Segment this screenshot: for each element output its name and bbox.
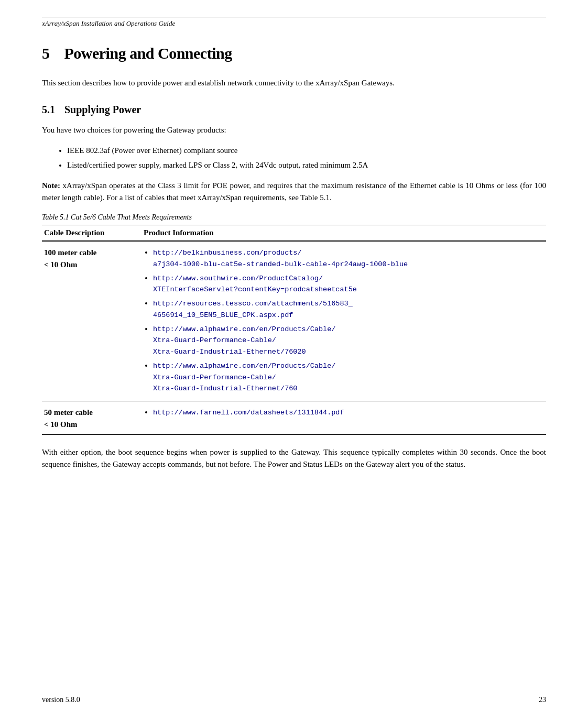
link-list-50m: http://www.farnell.com/datasheets/131184…	[153, 407, 542, 418]
cables-table: Cable Description Product Information 10…	[42, 225, 546, 435]
note-label: Note:	[42, 181, 60, 190]
link-5[interactable]: http://www.alphawire.com/en/Products/Cab…	[153, 362, 335, 393]
header-rule	[42, 17, 546, 17]
cable-links-100m: http://belkinbusiness.com/products/a7j30…	[141, 242, 546, 401]
cable-desc-line2: < 10 Ohm	[44, 259, 137, 271]
table-row: 50 meter cable < 10 Ohm http://www.farne…	[42, 401, 546, 435]
section-title: 5.1Supplying Power	[42, 104, 546, 116]
section-number: 5.1	[42, 104, 55, 115]
cable-desc-50m-line2: < 10 Ohm	[44, 419, 137, 431]
header-title: xArray/xSpan Installation and Operations…	[42, 19, 546, 28]
list-item: http://belkinbusiness.com/products/a7j30…	[153, 247, 542, 270]
page-number: 23	[539, 696, 546, 704]
cable-desc-100m: 100 meter cable < 10 Ohm	[42, 242, 141, 401]
list-item: http://www.southwire.com/ProductCatalog/…	[153, 272, 542, 295]
cable-desc-50m-line1: 50 meter cable	[44, 407, 137, 419]
col-header-description: Cable Description	[42, 225, 141, 241]
page: xArray/xSpan Installation and Operations…	[0, 0, 588, 723]
cable-links-50m: http://www.farnell.com/datasheets/131184…	[141, 401, 546, 435]
list-item: http://resources.tessco.com/attachments/…	[153, 298, 542, 321]
cable-desc-50m: 50 meter cable < 10 Ohm	[42, 401, 141, 435]
section-intro: You have two choices for powering the Ga…	[42, 124, 546, 136]
link-6[interactable]: http://www.farnell.com/datasheets/131184…	[153, 409, 344, 417]
list-item: http://www.alphawire.com/en/Products/Cab…	[153, 360, 542, 394]
power-options-list: IEEE 802.3af (Power over Ethernet) compl…	[67, 144, 546, 171]
link-3[interactable]: http://resources.tessco.com/attachments/…	[153, 300, 353, 319]
cable-desc-line1: 100 meter cable	[44, 247, 137, 259]
link-1[interactable]: http://belkinbusiness.com/products/a7j30…	[153, 249, 408, 268]
note-paragraph: Note: xArray/xSpan operates at the Class…	[42, 180, 546, 204]
version-label: version 5.8.0	[42, 696, 80, 704]
chapter-title: 5Powering and Connecting	[42, 45, 546, 62]
link-list-100m: http://belkinbusiness.com/products/a7j30…	[153, 247, 542, 394]
note-text: xArray/xSpan operates at the Class 3 lim…	[42, 181, 546, 202]
table-caption: Table 5.1 Cat 5e/6 Cable That Meets Requ…	[42, 213, 546, 222]
intro-paragraph: This section describes how to provide po…	[42, 77, 546, 89]
chapter-title-text: Powering and Connecting	[64, 45, 232, 62]
chapter-number: 5	[42, 45, 50, 62]
section-title-text: Supplying Power	[64, 104, 141, 115]
list-item: http://www.farnell.com/datasheets/131184…	[153, 407, 542, 418]
footer: version 5.8.0 23	[42, 696, 546, 704]
link-2[interactable]: http://www.southwire.com/ProductCatalog/…	[153, 275, 357, 294]
closing-paragraph: With either option, the boot sequence be…	[42, 446, 546, 471]
link-4[interactable]: http://www.alphawire.com/en/Products/Cab…	[153, 325, 335, 356]
list-item: Listed/certified power supply, marked LP…	[67, 159, 546, 171]
list-item: http://www.alphawire.com/en/Products/Cab…	[153, 323, 542, 357]
col-header-info: Product Information	[141, 225, 546, 241]
table-row: 100 meter cable < 10 Ohm http://belkinbu…	[42, 242, 546, 401]
list-item: IEEE 802.3af (Power over Ethernet) compl…	[67, 144, 546, 157]
